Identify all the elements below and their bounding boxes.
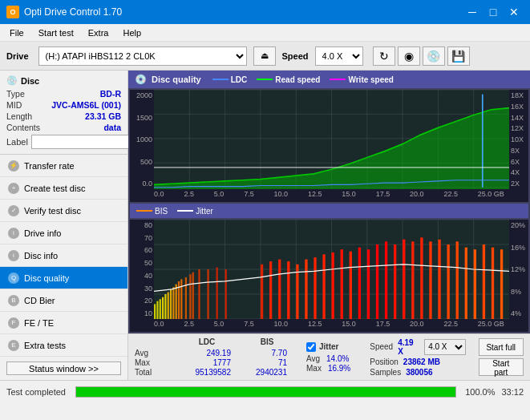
burn-icon-button[interactable]: ◉: [398, 46, 420, 66]
menu-help[interactable]: Help: [116, 26, 148, 39]
speed-value: 4.19 X: [398, 338, 419, 356]
nav-disc-info[interactable]: i Disc info: [0, 244, 127, 267]
svg-rect-62: [376, 244, 378, 319]
nav-fe-te[interactable]: F FE / TE: [0, 312, 127, 334]
nav-transfer-rate[interactable]: ⚡ Transfer rate: [0, 155, 127, 177]
eject-button[interactable]: ⏏: [253, 46, 276, 66]
disc-label-row: Label 🔍: [6, 135, 121, 149]
svg-rect-69: [438, 240, 440, 319]
disc-quality-title: Disc quality: [152, 75, 201, 84]
svg-rect-50: [269, 261, 272, 319]
samples-row: Samples 380056: [370, 368, 465, 377]
progress-percentage: 100.0%: [463, 387, 495, 397]
nav-create-test-disc-label: Create test disc: [24, 184, 85, 193]
nav-cd-bier[interactable]: B CD Bier: [0, 289, 127, 312]
position-value: 23862 MB: [403, 357, 440, 366]
chart2-legend-bar: BIS Jitter: [130, 204, 528, 218]
speed-row: Speed 4.19 X 4.0 X8.0 X: [370, 338, 465, 356]
legend-ldc: LDC: [212, 75, 248, 84]
nav-drive-info[interactable]: i Drive info: [0, 222, 127, 244]
chart1-legend: LDC Read speed Write speed: [212, 75, 394, 84]
start-full-button[interactable]: Start full: [479, 338, 524, 356]
speed-position-section: Speed 4.19 X 4.0 X8.0 X Position 23862 M…: [370, 338, 465, 377]
nav-fe-te-label: FE / TE: [24, 318, 54, 328]
svg-rect-55: [314, 257, 316, 319]
stats-labels-section: LDC BIS Avg 249.19 7.70 Max 1777 71 Tota…: [135, 337, 287, 377]
svg-rect-66: [411, 241, 414, 319]
chart1-wrapper: 2000 1500 1000 500 0.0: [130, 90, 528, 189]
chart2-section: 80 70 60 50 40 30 20 10: [130, 220, 528, 332]
menu-start-test[interactable]: Start test: [32, 26, 80, 39]
svg-rect-76: [500, 249, 503, 319]
nav-disc-quality[interactable]: Q Disc quality: [0, 267, 127, 289]
close-button[interactable]: ✕: [504, 4, 524, 20]
refresh-button[interactable]: ↻: [373, 46, 395, 66]
jitter-header-row: Jitter: [306, 342, 350, 352]
disc-icon-button[interactable]: 💿: [423, 46, 445, 66]
start-part-button[interactable]: Start part: [479, 358, 524, 376]
status-window-button[interactable]: Status window >>: [6, 361, 121, 375]
svg-rect-49: [261, 265, 263, 319]
disc-mid-row: MID JVC-AMS6L (001): [6, 100, 121, 110]
nav-extra-tests[interactable]: E Extra tests: [0, 334, 127, 357]
chart1-main: [154, 90, 509, 189]
avg-label: Avg: [135, 349, 167, 357]
chart2-main: [154, 220, 509, 319]
disc-info-panel: 💿 Disc Type BD-R MID JVC-AMS6L (001) Len…: [0, 71, 127, 155]
save-button[interactable]: 💾: [447, 46, 470, 66]
nav-verify-test-disc[interactable]: ✓ Verify test disc: [0, 200, 127, 222]
max-ldc: 1777: [183, 358, 231, 367]
total-label: Total: [135, 368, 167, 377]
svg-rect-63: [385, 241, 387, 319]
speed-select[interactable]: 4.0 X 8.0 X 16.0 X: [315, 46, 363, 66]
svg-rect-74: [483, 244, 485, 319]
nav-transfer-rate-label: Transfer rate: [24, 161, 75, 171]
ldc-header: LDC: [183, 337, 231, 346]
nav-verify-test-disc-label: Verify test disc: [24, 206, 81, 216]
svg-rect-72: [465, 248, 467, 319]
progress-bar-fill: [76, 387, 455, 397]
avg-ldc: 249.19: [183, 349, 231, 357]
minimize-button[interactable]: ─: [463, 4, 482, 20]
menu-file[interactable]: File: [3, 26, 30, 39]
svg-rect-61: [367, 249, 370, 319]
stats-max-row: Max 1777 71: [135, 358, 287, 367]
speed-label2: Speed: [370, 342, 393, 351]
svg-rect-46: [207, 269, 208, 319]
total-ldc: 95139582: [183, 368, 231, 377]
nav-create-test-disc[interactable]: + Create test disc: [0, 177, 127, 200]
drive-select[interactable]: (H:) ATAPI iHBS112 2 CL0K: [38, 46, 247, 66]
jitter-avg-val: 14.0%: [326, 354, 349, 363]
disc-label-input[interactable]: [31, 135, 138, 149]
position-label: Position: [370, 357, 399, 366]
samples-label: Samples: [370, 368, 401, 377]
svg-rect-67: [420, 237, 423, 319]
svg-rect-37: [170, 289, 172, 319]
status-time: 33:12: [501, 387, 524, 397]
maximize-button[interactable]: □: [483, 4, 503, 20]
svg-rect-65: [403, 240, 405, 319]
svg-rect-68: [429, 241, 431, 319]
svg-rect-57: [332, 252, 334, 319]
svg-rect-39: [176, 285, 177, 319]
charts-area: 2000 1500 1000 500 0.0: [128, 88, 530, 333]
chart1-x-axis: 0.0 2.5 5.0 7.5 10.0 12.5 15.0 17.5 20.0…: [130, 189, 528, 202]
disc-label-label: Label: [6, 137, 28, 147]
nav-cd-bier-label: CD Bier: [24, 296, 55, 305]
svg-rect-47: [216, 268, 218, 319]
svg-rect-71: [456, 241, 459, 319]
svg-rect-51: [278, 260, 281, 319]
svg-rect-38: [172, 287, 174, 319]
disc-contents-value: data: [103, 123, 121, 132]
nav-extra-tests-label: Extra tests: [24, 341, 66, 350]
main-layout: 💿 Disc Type BD-R MID JVC-AMS6L (001) Len…: [0, 71, 530, 380]
menu-extra[interactable]: Extra: [82, 26, 115, 39]
jitter-checkbox[interactable]: [306, 342, 316, 352]
disc-type-label: Type: [6, 89, 25, 99]
speed-select2[interactable]: 4.0 X8.0 X: [424, 339, 465, 355]
jitter-max-label: Max: [306, 364, 322, 373]
svg-rect-33: [160, 299, 161, 319]
content-area: 💿 Disc quality LDC Read speed Write spee…: [128, 71, 530, 380]
svg-rect-42: [185, 277, 187, 319]
chart1-y-right: 18X 16X 14X 12X 10X 8X 6X 4X 2X: [509, 90, 528, 189]
